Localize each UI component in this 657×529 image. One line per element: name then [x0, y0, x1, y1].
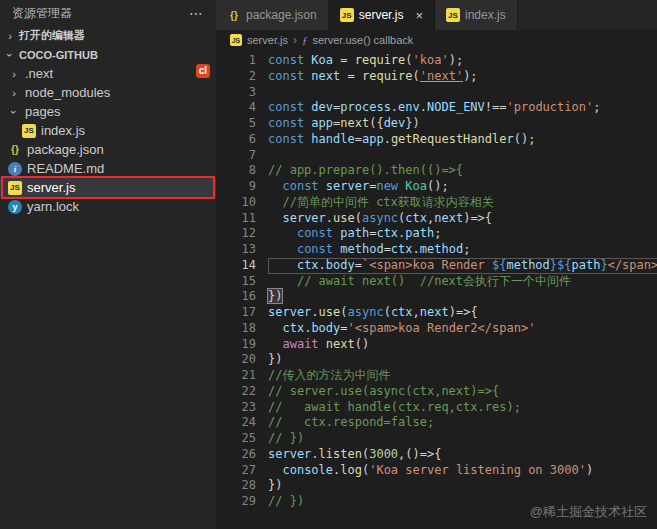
sidebar-badge: cl	[196, 64, 210, 78]
line-number[interactable]: 10	[216, 195, 268, 211]
line-number[interactable]: 23	[216, 400, 268, 416]
line-number[interactable]: 24	[216, 415, 268, 431]
code-line-10[interactable]: 10 //简单的中间件 ctx获取请求内容相关	[216, 195, 657, 211]
file-item-.next[interactable]: ›.next	[0, 64, 216, 83]
code-line-4[interactable]: 4const dev=process.env.NODE_ENV!=='produ…	[216, 100, 657, 116]
markdown-file-icon: i	[8, 162, 22, 176]
line-number[interactable]: 6	[216, 132, 268, 148]
code-line-7[interactable]: 7	[216, 148, 657, 164]
code-content: // await next() //next会执行下一个中间件	[268, 274, 657, 290]
chevron-right-icon: ›	[8, 87, 20, 99]
tab-index.js[interactable]: JSindex.js	[435, 0, 518, 30]
open-editors-section[interactable]: › 打开的编辑器	[0, 26, 216, 45]
line-number[interactable]: 16	[216, 289, 268, 305]
open-editors-label: 打开的编辑器	[19, 28, 85, 43]
line-number[interactable]: 20	[216, 352, 268, 368]
code-line-29[interactable]: 29// })	[216, 494, 657, 510]
line-number[interactable]: 7	[216, 148, 268, 164]
file-label: yarn.lock	[27, 199, 79, 214]
line-number[interactable]: 19	[216, 337, 268, 353]
code-line-18[interactable]: 18 ctx.body='<spam>koa Render2</span>'	[216, 321, 657, 337]
code-line-24[interactable]: 24// ctx.respond=false;	[216, 415, 657, 431]
file-item-yarn.lock[interactable]: yyarn.lock	[0, 197, 216, 216]
chevron-down-icon: ›	[4, 49, 16, 61]
code-line-19[interactable]: 19 await next()	[216, 337, 657, 353]
code-line-2[interactable]: 2const next = require('next');	[216, 69, 657, 85]
line-number[interactable]: 4	[216, 100, 268, 116]
file-item-package.json[interactable]: {}package.json	[0, 140, 216, 159]
file-item-README.md[interactable]: iREADME.md	[0, 159, 216, 178]
code-line-1[interactable]: 1const Koa = require('koa');	[216, 53, 657, 69]
file-label: pages	[25, 104, 60, 119]
file-item-server.js[interactable]: JSserver.js	[0, 178, 216, 197]
code-line-25[interactable]: 25// })	[216, 431, 657, 447]
line-number[interactable]: 15	[216, 274, 268, 290]
line-number[interactable]: 26	[216, 447, 268, 463]
code-line-13[interactable]: 13 const method=ctx.method;	[216, 242, 657, 258]
code-line-5[interactable]: 5const app=next({dev})	[216, 116, 657, 132]
file-item-pages[interactable]: ›pages	[0, 102, 216, 121]
code-line-15[interactable]: 15 // await next() //next会执行下一个中间件	[216, 274, 657, 290]
tab-label: package.json	[246, 8, 317, 22]
breadcrumb-separator-icon: ›	[293, 33, 297, 47]
code-line-6[interactable]: 6const handle=app.getRequestHandler();	[216, 132, 657, 148]
line-number[interactable]: 21	[216, 368, 268, 384]
workspace-section[interactable]: › COCO-GITHUB	[0, 45, 216, 64]
code-line-28[interactable]: 28})	[216, 478, 657, 494]
line-number[interactable]: 28	[216, 478, 268, 494]
code-line-17[interactable]: 17server.use(async(ctx,next)=>{	[216, 305, 657, 321]
line-number[interactable]: 1	[216, 53, 268, 69]
code-content: const method=ctx.method;	[268, 242, 657, 258]
more-actions-icon[interactable]: ⋯	[189, 5, 204, 21]
code-content: const next = require('next');	[268, 69, 657, 85]
breadcrumb-file[interactable]: server.js	[247, 34, 288, 46]
code-line-8[interactable]: 8// app.prepare().then(()=>{	[216, 163, 657, 179]
code-line-12[interactable]: 12 const path=ctx.path;	[216, 226, 657, 242]
line-number[interactable]: 18	[216, 321, 268, 337]
code-line-23[interactable]: 23// await handle(ctx.req,ctx.res);	[216, 400, 657, 416]
file-item-node_modules[interactable]: ›node_modules	[0, 83, 216, 102]
file-item-index.js[interactable]: JSindex.js	[0, 121, 216, 140]
line-number[interactable]: 9	[216, 179, 268, 195]
code-line-14[interactable]: 14 ctx.body=`<span>koa Render ${method}$…	[216, 258, 657, 274]
code-content: const path=ctx.path;	[268, 226, 657, 242]
line-number[interactable]: 17	[216, 305, 268, 321]
code-content: console.log('Koa server listening on 300…	[268, 463, 657, 479]
tab-server.js[interactable]: JSserver.js×	[329, 0, 435, 30]
line-number[interactable]: 12	[216, 226, 268, 242]
line-number[interactable]: 3	[216, 85, 268, 101]
line-number[interactable]: 13	[216, 242, 268, 258]
code-content: ctx.body=`<span>koa Render ${method}${pa…	[268, 258, 657, 274]
line-number[interactable]: 8	[216, 163, 268, 179]
code-line-16[interactable]: 16})	[216, 289, 657, 305]
code-area[interactable]: 1const Koa = require('koa');2const next …	[216, 50, 657, 529]
code-content: server.listen(3000,()=>{	[268, 447, 657, 463]
tab-package.json[interactable]: {}package.json	[216, 0, 329, 30]
code-content: //传入的方法为中间件	[268, 368, 657, 384]
line-number[interactable]: 29	[216, 494, 268, 510]
code-line-3[interactable]: 3	[216, 85, 657, 101]
yarn-lock-file-icon: y	[8, 200, 22, 214]
line-number[interactable]: 2	[216, 69, 268, 85]
line-number[interactable]: 11	[216, 211, 268, 227]
code-line-9[interactable]: 9 const server=new Koa();	[216, 179, 657, 195]
code-line-26[interactable]: 26server.listen(3000,()=>{	[216, 447, 657, 463]
code-line-20[interactable]: 20})	[216, 352, 657, 368]
code-content: })	[268, 478, 657, 494]
js-file-icon: JS	[8, 181, 22, 195]
code-line-21[interactable]: 21//传入的方法为中间件	[216, 368, 657, 384]
code-line-27[interactable]: 27 console.log('Koa server listening on …	[216, 463, 657, 479]
code-content: const dev=process.env.NODE_ENV!=='produc…	[268, 100, 657, 116]
line-number[interactable]: 5	[216, 116, 268, 132]
line-number[interactable]: 22	[216, 384, 268, 400]
close-icon[interactable]: ×	[415, 8, 423, 23]
breadcrumb-symbol[interactable]: server.use() callback	[312, 34, 413, 46]
line-number[interactable]: 25	[216, 431, 268, 447]
symbol-callback-icon: ƒ	[302, 34, 308, 46]
line-number[interactable]: 14	[216, 258, 268, 274]
code-line-11[interactable]: 11 server.use(async(ctx,next)=>{	[216, 211, 657, 227]
code-line-22[interactable]: 22// server.use(async(ctx,next)=>{	[216, 384, 657, 400]
explorer-sidebar: 资源管理器 ⋯ › 打开的编辑器 › COCO-GITHUB ›.next›no…	[0, 0, 216, 529]
json-file-icon: {}	[227, 8, 241, 22]
line-number[interactable]: 27	[216, 463, 268, 479]
